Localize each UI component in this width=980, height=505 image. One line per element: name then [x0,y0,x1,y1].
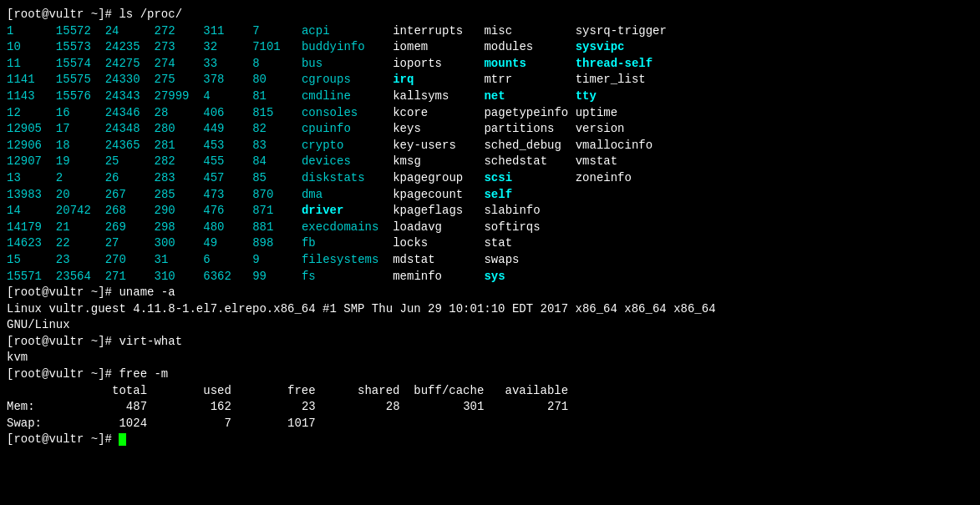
cmd-line-uname: [root@vultr ~]# uname -a [7,285,973,301]
proc-row-9: 12907 19 25 282 455 84 devices kmsg sche… [7,154,973,170]
free-header: total used free shared buff/cache availa… [7,383,973,400]
cmd-ls: ls /proc/ [112,8,182,21]
swap-total: 1024 [119,417,147,430]
cmd-line-free: [root@vultr ~]# free -m [7,366,973,383]
cmd-free: free -m [112,367,168,381]
proc-row-4: 1141 15575 24330 275 378 80 cgroups irq … [7,72,973,88]
proc-row-6: 12 16 24346 28 406 815 consoles kcore pa… [7,105,973,122]
proc-row-2: 10 15573 24235 273 32 7101 buddyinfo iom… [7,39,973,56]
cmd-line-ls: [root@vultr ~]# ls /proc/ [7,7,973,23]
mem-free: 23 [302,400,316,413]
proc-row-3: 11 15574 24275 274 33 8 bus ioports moun… [7,56,973,73]
swap-free: 1017 [287,417,316,430]
proc-row-14: 14623 22 27 300 49 898 fb locks stat [7,235,973,252]
swap-used: 7 [224,417,231,430]
proc-row-10: 13 2 26 283 457 85 diskstats kpagegroup … [7,170,973,187]
uname-output: Linux vultr.guest 4.11.8-1.el7.elrepo.x8… [7,301,973,318]
prompt-2: [root@vultr ~]# [7,285,112,299]
terminal: [root@vultr ~]# ls /proc/ 1 15572 24 272… [7,7,973,448]
prompt-3: [root@vultr ~]# [7,335,112,348]
mem-buff: 301 [463,400,484,413]
proc-row-7: 12905 17 24348 280 449 82 cpuinfo keys p… [7,121,973,138]
final-prompt-line: [root@vultr ~]# [7,432,973,448]
proc-row-15: 15 23 270 31 6 9 filesystems mdstat swap… [7,252,973,269]
mem-used: 162 [211,400,231,413]
cursor-block [119,433,126,446]
proc-row-12: 14 20742 268 290 476 871 driver kpagefla… [7,203,973,220]
proc-row-8: 12906 18 24365 281 453 83 crypto key-use… [7,138,973,154]
prompt-5: [root@vultr ~]# [7,432,112,446]
gnu-linux: GNU/Linux [7,317,973,334]
cmd-virtwhat: virt-what [112,335,182,348]
prompt-4: [root@vultr ~]# [7,367,112,381]
proc-row-5: 1143 15576 24343 27999 4 81 cmdline kall… [7,88,973,105]
cmd-line-virtwhat: [root@vultr ~]# virt-what [7,334,973,351]
mem-available: 271 [547,400,568,413]
proc-row-16: 15571 23564 271 310 6362 99 fs meminfo s… [7,269,973,285]
mem-shared: 28 [386,400,400,413]
proc-row-11: 13983 20 267 285 473 870 dma kpagecount … [7,187,973,204]
free-mem-row: Mem: 487 162 23 28 301 271 [7,399,973,416]
prompt-1: [root@vultr ~]# [7,8,112,21]
proc-row-13: 14179 21 269 298 480 881 execdomains loa… [7,220,973,236]
proc-row-1: 1 15572 24 272 311 7 acpi interrupts mis… [7,23,973,40]
virtwhat-output: kvm [7,350,973,366]
cmd-uname: uname -a [112,285,175,299]
mem-total: 487 [126,400,147,413]
free-swap-row: Swap: 1024 7 1017 [7,416,973,432]
